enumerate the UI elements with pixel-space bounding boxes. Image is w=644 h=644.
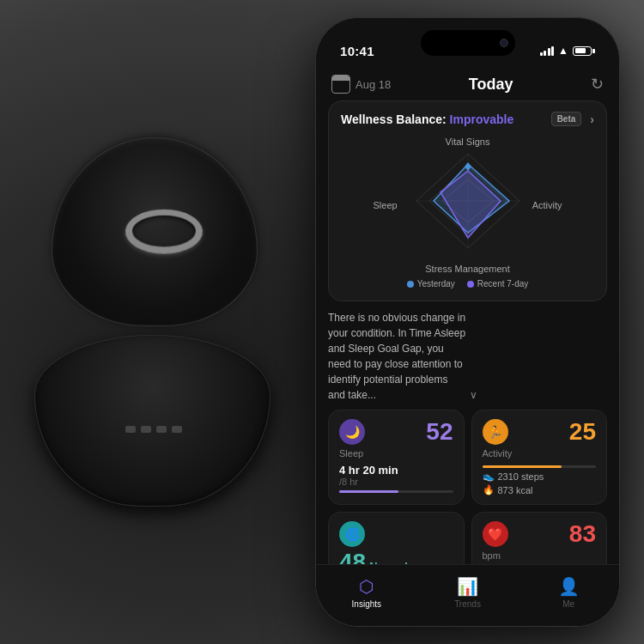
stress-icon: 🌀	[339, 521, 365, 547]
legend-yesterday: Yesterday	[407, 279, 455, 289]
stress-card[interactable]: 🌀 48 Normal Stress	[328, 512, 465, 566]
activity-card[interactable]: 🏃 25 Activity 👟 2310 steps 🔥 873 kcal	[471, 410, 608, 505]
status-time: 10:41	[340, 44, 374, 58]
case-base	[34, 335, 270, 507]
content-area: Aug 18 Today ↻ Wellness Balance: Improva…	[316, 70, 619, 566]
legend-dot-recent	[467, 281, 474, 288]
header-title: Today	[391, 76, 591, 94]
screen: 10:41 ▲	[316, 18, 619, 626]
battery-body	[573, 46, 592, 56]
trends-nav-icon: 📊	[457, 576, 478, 597]
header-left: Aug 18	[331, 75, 391, 94]
phone-frame: 10:41 ▲	[315, 17, 620, 627]
steps-row: 👟 2310 steps	[483, 471, 597, 482]
wellness-label-group: Wellness Balance: Improvable	[341, 112, 513, 126]
pin	[156, 426, 167, 433]
bottom-nav: ⬡ Insights 📊 Trends 👤 Me	[316, 564, 619, 626]
signal-bar	[544, 51, 546, 56]
wellness-actions: Beta ›	[551, 112, 594, 126]
radar-label-activity: Activity	[532, 200, 562, 210]
svg-marker-6	[440, 171, 501, 238]
radar-chart: Vital Signs Sleep Activity Stress Manage…	[374, 137, 562, 274]
kcal-value: 873 kcal	[498, 485, 533, 495]
ring	[124, 210, 204, 254]
flame-icon: 🔥	[483, 484, 495, 495]
activity-progress-fill	[483, 465, 562, 468]
radar-container: Vital Signs Sleep Activity Stress Manage…	[341, 133, 594, 290]
radar-label-sleep: Sleep	[374, 200, 398, 210]
legend-yesterday-label: Yesterday	[417, 279, 455, 289]
me-nav-icon: 👤	[558, 576, 580, 597]
signal-icon	[540, 46, 555, 56]
device-ring	[34, 137, 283, 507]
wellness-card: Wellness Balance: Improvable Beta › Vita…	[328, 100, 607, 301]
nav-item-me[interactable]: 👤 Me	[518, 576, 619, 609]
sleep-hours: 4 hr	[339, 464, 362, 477]
legend: Yesterday Recent 7-day	[407, 279, 529, 289]
nav-label-insights: Insights	[352, 599, 381, 609]
calendar-icon[interactable]	[331, 75, 350, 94]
expand-icon[interactable]: ∨	[470, 387, 608, 403]
activity-value: 25	[569, 420, 596, 444]
activity-icon: 🏃	[483, 419, 508, 445]
steps-value: 2310 steps	[498, 471, 544, 482]
metrics-grid: 🌙 52 Sleep 4 hr 20 min /8 hr	[328, 410, 607, 566]
beta-badge: Beta	[551, 112, 582, 126]
activity-header: 🏃 25	[483, 419, 597, 445]
case-lid	[52, 137, 258, 326]
connector-pins	[125, 426, 182, 433]
legend-recent: Recent 7-day	[467, 279, 528, 289]
signal-bar	[551, 46, 554, 56]
battery-icon	[573, 46, 595, 56]
sleep-icon: 🌙	[339, 419, 365, 445]
kcal-row: 🔥 873 kcal	[483, 484, 597, 495]
sleep-card[interactable]: 🌙 52 Sleep 4 hr 20 min /8 hr	[328, 410, 465, 505]
sleep-value: 52	[426, 420, 453, 444]
app-header: Aug 18 Today ↻	[316, 70, 619, 100]
camera-dot	[500, 39, 508, 47]
status-icons: ▲	[540, 45, 595, 57]
insights-nav-icon: ⬡	[359, 576, 374, 597]
signal-bar	[548, 48, 550, 56]
radar-svg	[408, 145, 528, 257]
legend-recent-label: Recent 7-day	[477, 279, 528, 289]
nav-item-trends[interactable]: 📊 Trends	[417, 576, 519, 609]
heart-header: ❤️ 83	[483, 521, 597, 547]
dynamic-island	[421, 30, 515, 56]
wellness-status: Improvable	[450, 112, 514, 126]
refresh-icon[interactable]: ↻	[591, 75, 604, 94]
heart-value: 83	[569, 522, 596, 546]
radar-label-stress: Stress Management	[425, 264, 509, 274]
battery-fill	[575, 48, 586, 53]
nav-label-me: Me	[562, 599, 574, 609]
wellness-label: Wellness Balance:	[341, 112, 447, 126]
signal-bar	[540, 52, 543, 56]
nav-item-insights[interactable]: ⬡ Insights	[316, 576, 417, 609]
sleep-sub-time: 4 hr 20 min	[339, 464, 453, 477]
activity-progress-bar	[483, 465, 597, 468]
pin	[141, 426, 151, 433]
heart-label: bpm	[483, 550, 597, 561]
sleep-progress-fill	[339, 490, 398, 493]
wifi-icon: ▲	[558, 45, 568, 57]
pin	[125, 426, 136, 433]
sleep-label: Sleep	[339, 448, 453, 459]
shoe-icon: 👟	[483, 471, 495, 482]
battery-tip	[592, 49, 595, 53]
insight-text: There is no obvious change in your condi…	[328, 310, 466, 403]
nav-label-trends: Trends	[454, 599, 481, 609]
wellness-title-row: Wellness Balance: Improvable Beta ›	[341, 112, 594, 126]
chevron-right-icon[interactable]: ›	[590, 112, 594, 126]
sleep-progress-bar	[339, 490, 453, 493]
legend-dot-yesterday	[407, 281, 414, 288]
insight-text-row: There is no obvious change in your condi…	[328, 310, 607, 403]
heart-icon: ❤️	[483, 521, 508, 547]
activity-label: Activity	[483, 448, 597, 459]
header-date: Aug 18	[355, 78, 391, 91]
pin	[172, 426, 182, 433]
sleep-minutes: 20 min	[362, 464, 398, 477]
stress-header: 🌀	[339, 521, 453, 547]
heart-card[interactable]: ❤️ 83 bpm 🔥 94 % 💗 30 ms 🏃	[471, 512, 608, 566]
sleep-header: 🌙 52	[339, 419, 453, 445]
sleep-goal: /8 hr	[339, 477, 453, 487]
